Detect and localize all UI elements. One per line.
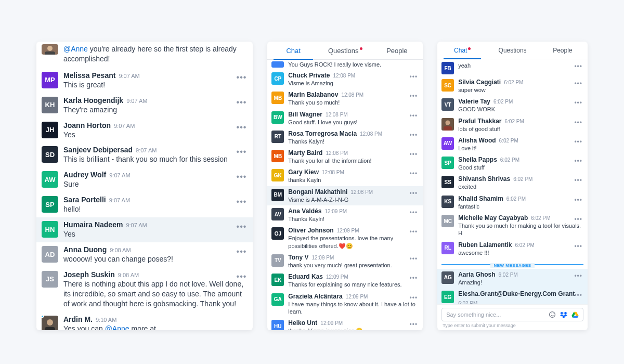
message-row: FByeah••• bbox=[437, 59, 588, 76]
message-row: JHJoann Horton9:07 AMYes••• bbox=[36, 118, 253, 143]
message-time: 6:02 PM bbox=[504, 80, 523, 85]
more-options-icon[interactable]: ••• bbox=[408, 150, 420, 159]
message-time: 9:10 AM bbox=[96, 317, 116, 323]
message-text: You Guys ROCK! I really love visme. bbox=[288, 61, 381, 68]
message-author: Eduard Kas bbox=[288, 273, 323, 280]
more-options-icon[interactable]: ••• bbox=[408, 255, 420, 263]
more-options-icon[interactable]: ••• bbox=[235, 122, 249, 133]
avatar: EK bbox=[271, 274, 284, 286]
tab-people[interactable]: People bbox=[371, 42, 423, 59]
avatar bbox=[42, 316, 58, 330]
message-time: 12:08 PM bbox=[341, 92, 363, 98]
tab-chat[interactable]: Chat bbox=[437, 42, 487, 59]
message-text: This is brilliant - thank you so much fo… bbox=[63, 154, 246, 164]
message-row: EGElesha.Grant@Duke-Energy.Com Grant6:02… bbox=[437, 288, 588, 304]
message-row: SCSilvia Caggiati6:02 PMsuper wow••• bbox=[437, 76, 588, 96]
tab-chat[interactable]: Chat bbox=[267, 42, 319, 59]
more-options-icon[interactable]: ••• bbox=[572, 215, 584, 224]
more-options-icon[interactable]: ••• bbox=[235, 97, 249, 108]
message-time: 9:07 AM bbox=[109, 172, 130, 178]
mention-link[interactable]: @Anne bbox=[105, 324, 129, 330]
more-options-icon[interactable]: ••• bbox=[572, 138, 584, 146]
message-author: Valerie Tay bbox=[458, 98, 490, 105]
avatar bbox=[42, 44, 58, 55]
message-row: AWAlisha Wood6:02 PMLove it!••• bbox=[437, 135, 588, 154]
message-author: Humaira Nadeem bbox=[63, 220, 123, 229]
tabs: Chat Questions People bbox=[437, 42, 588, 59]
more-options-icon[interactable]: ••• bbox=[572, 157, 584, 165]
more-options-icon[interactable]: ••• bbox=[408, 294, 420, 302]
message-time: 9:08 AM bbox=[118, 272, 139, 278]
tabs: Chat Questions People bbox=[267, 42, 423, 60]
avatar: OJ bbox=[271, 227, 284, 240]
tab-people[interactable]: People bbox=[538, 42, 588, 59]
message-time: 12:08 PM bbox=[350, 189, 373, 195]
svg-point-11 bbox=[553, 314, 553, 314]
avatar: HU bbox=[271, 320, 284, 330]
more-options-icon[interactable]: ••• bbox=[408, 170, 420, 178]
message-author: Tony V bbox=[288, 254, 308, 261]
message-time: 6:02 PM bbox=[499, 272, 518, 278]
avatar: BW bbox=[271, 111, 284, 124]
more-options-icon[interactable]: ••• bbox=[572, 99, 584, 107]
svg-rect-2 bbox=[45, 51, 55, 55]
message-time: 9:08 AM bbox=[110, 247, 131, 253]
google-drive-icon[interactable] bbox=[571, 311, 579, 318]
more-options-icon[interactable]: ••• bbox=[572, 119, 584, 127]
avatar: SP bbox=[42, 196, 58, 213]
more-options-icon[interactable]: ••• bbox=[235, 271, 249, 282]
message-list: You Guys ROCK! I really love visme. CPCh… bbox=[267, 60, 423, 330]
more-options-icon[interactable]: ••• bbox=[572, 176, 584, 185]
more-options-icon[interactable]: ••• bbox=[572, 196, 584, 204]
avatar: AD bbox=[42, 246, 58, 263]
message-time: 6:02 PM bbox=[500, 157, 519, 163]
more-options-icon[interactable]: ••• bbox=[572, 272, 584, 280]
more-options-icon[interactable]: ••• bbox=[572, 62, 584, 71]
message-time: 6:02 PM bbox=[458, 301, 477, 304]
more-options-icon[interactable]: ••• bbox=[235, 197, 249, 207]
avatar: AV bbox=[271, 208, 284, 220]
more-options-icon[interactable]: ••• bbox=[408, 112, 420, 120]
more-options-icon[interactable]: ••• bbox=[408, 92, 420, 100]
message-time: 12:08 PM bbox=[322, 170, 344, 175]
avatar: GA bbox=[271, 293, 284, 306]
message-row: SPSheila Papps6:02 PMGood stuff••• bbox=[437, 154, 588, 173]
more-options-icon[interactable]: ••• bbox=[572, 80, 584, 88]
more-options-icon[interactable]: ••• bbox=[235, 222, 249, 232]
avatar: FB bbox=[441, 62, 454, 74]
more-options-icon[interactable]: ••• bbox=[235, 147, 249, 157]
more-options-icon[interactable]: ••• bbox=[408, 320, 420, 329]
message-text: Thank you for all the information! bbox=[288, 157, 418, 164]
message-author: Elesha.Grant@Duke-Energy.Com Grant bbox=[458, 290, 575, 297]
avatar: RT bbox=[271, 131, 284, 143]
tab-questions[interactable]: Questions bbox=[319, 42, 371, 59]
more-options-icon[interactable]: ••• bbox=[408, 228, 420, 236]
chat-panel-middle: Chat Questions People You Guys ROCK! I r… bbox=[267, 42, 423, 330]
message-author: Chuck Private bbox=[288, 72, 330, 79]
tab-questions[interactable]: Questions bbox=[487, 42, 537, 59]
more-options-icon[interactable]: ••• bbox=[235, 172, 249, 182]
more-options-icon[interactable]: ••• bbox=[572, 242, 584, 251]
message-text: @Anne you're already here so the first s… bbox=[63, 44, 246, 64]
more-options-icon[interactable]: ••• bbox=[408, 189, 420, 198]
message-input[interactable] bbox=[446, 311, 544, 318]
more-options-icon[interactable]: ••• bbox=[408, 131, 420, 139]
more-options-icon[interactable]: ••• bbox=[408, 274, 420, 282]
message-row: BWBill Wagner12:08 PMGood stuff. I love … bbox=[267, 109, 423, 128]
message-author: Karla Hoogendijk bbox=[63, 96, 123, 105]
more-options-icon[interactable]: ••• bbox=[235, 72, 249, 83]
message-text: Amazing! bbox=[458, 279, 582, 286]
dropbox-icon[interactable] bbox=[560, 311, 567, 318]
emoji-icon[interactable] bbox=[549, 311, 556, 318]
avatar: AW bbox=[42, 171, 58, 188]
message-author: Alisha Wood bbox=[458, 137, 496, 144]
message-author: Marin Balabanov bbox=[288, 91, 338, 98]
more-options-icon[interactable]: ••• bbox=[408, 209, 420, 217]
message-time: 12:09 PM bbox=[311, 255, 334, 261]
more-options-icon[interactable]: ••• bbox=[572, 291, 584, 300]
more-options-icon[interactable]: ••• bbox=[408, 73, 420, 81]
message-time: 9:07 AM bbox=[136, 147, 157, 153]
mention-link[interactable]: @Anne bbox=[63, 45, 88, 53]
avatar: MP bbox=[42, 72, 58, 88]
more-options-icon[interactable]: ••• bbox=[235, 246, 249, 257]
